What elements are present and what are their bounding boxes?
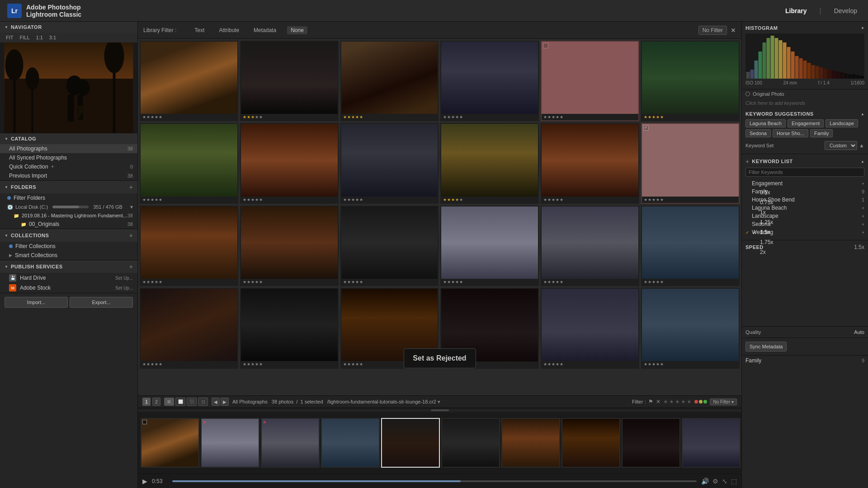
film-cell-6[interactable]: [441, 418, 500, 468]
photo-cell-16[interactable]: ★★★★★: [440, 206, 539, 286]
photo-cell-9[interactable]: ★★★★★: [340, 123, 439, 203]
path-expand[interactable]: ▾: [438, 399, 440, 404]
speed-1-25x[interactable]: ✓1.25x: [745, 217, 864, 227]
speed-1-75x[interactable]: ✓1.75x: [745, 237, 864, 247]
filter-none-tab[interactable]: None: [287, 26, 307, 34]
filter-preset[interactable]: No Filter: [698, 26, 727, 35]
nav-1-1[interactable]: 1:1: [35, 34, 44, 41]
photo-cell-13[interactable]: ★★★★★: [140, 206, 238, 286]
film-cell-2[interactable]: ✕: [201, 418, 259, 468]
film-cell-5[interactable]: [381, 418, 440, 468]
catalog-previous[interactable]: Previous Import 38: [0, 171, 137, 180]
film-cell-10[interactable]: [682, 418, 741, 468]
keyword-horseshoe[interactable]: Horse Sho...: [773, 129, 808, 137]
photo-cell-10[interactable]: ★★★★★: [440, 123, 539, 203]
photo-cell-12[interactable]: ★★★★★: [641, 123, 740, 203]
add-keywords-hint[interactable]: Click here to add keywords: [742, 99, 868, 108]
photo-cell-1[interactable]: ★★★★★: [140, 41, 238, 121]
catalog-header[interactable]: ▼ Catalog: [0, 133, 137, 144]
film-cell-4[interactable]: [321, 418, 380, 468]
filter-close-icon[interactable]: ✕: [731, 27, 736, 34]
library-nav[interactable]: Library: [782, 5, 810, 16]
nav-fill[interactable]: FILL: [19, 34, 31, 41]
film-cell-1[interactable]: [141, 418, 199, 468]
survey-view-icon[interactable]: ◻: [198, 398, 208, 406]
star-filter[interactable]: ★ ★ ★ ★ ★: [663, 399, 692, 405]
filter-attribute-tab[interactable]: Attribute: [215, 26, 243, 34]
photo-cell-8[interactable]: ★★★★★: [240, 123, 339, 203]
photo-cell-19[interactable]: ✕ ★★★★★: [140, 288, 238, 368]
photo-cell-24[interactable]: ★★★★★: [641, 288, 740, 368]
next-arrow[interactable]: ▶: [221, 398, 229, 406]
radio-button[interactable]: [745, 92, 750, 96]
filmstrip-scroll[interactable]: ✕ ✕: [138, 412, 741, 474]
add-keyword-btn[interactable]: +: [745, 158, 749, 165]
speed-0-75x[interactable]: ✓0.75x: [745, 197, 864, 207]
photo-cell-20[interactable]: ★★★★★: [240, 288, 339, 368]
catalog-quick[interactable]: Quick Collection + 0: [0, 162, 137, 171]
smart-collections[interactable]: ▶ Smart Collections: [0, 251, 137, 260]
film-cell-7[interactable]: [501, 418, 560, 468]
keyword-set-select[interactable]: Custom: [825, 141, 857, 150]
page-2[interactable]: 2: [152, 398, 160, 406]
photo-cell-7[interactable]: ★★★★★: [140, 123, 238, 203]
adobe-stock-service[interactable]: St Adobe Stock Set Up...: [0, 283, 137, 293]
film-checkbox-1[interactable]: [142, 420, 147, 424]
photo-cell-17[interactable]: ★★★★★: [541, 206, 639, 286]
histogram-collapse[interactable]: ▼: [861, 26, 864, 30]
film-cell-8[interactable]: [561, 418, 620, 468]
page-1[interactable]: 1: [142, 398, 151, 406]
navigator-header[interactable]: ▼ Navigator: [0, 22, 137, 33]
keyword-set-expand[interactable]: ▲: [859, 142, 864, 149]
nav-fit[interactable]: FIT: [5, 34, 15, 41]
filter-reject-icon[interactable]: ✕: [656, 399, 660, 405]
keyword-family[interactable]: Family: [810, 129, 833, 137]
folders-header[interactable]: ▼ Folders +: [0, 181, 137, 193]
speed-1-5x[interactable]: ✓1.5x: [745, 227, 864, 237]
filter-metadata-tab[interactable]: Metadata: [250, 26, 280, 34]
photo-cell-3[interactable]: ★★★★★: [340, 41, 439, 121]
filter-text-tab[interactable]: Text: [191, 26, 208, 34]
photo-grid-container[interactable]: ★★★★★ ★★★★★ ★★★★★: [138, 39, 741, 395]
nav-3-1[interactable]: 3:1: [48, 34, 57, 41]
filmstrip-handle[interactable]: [431, 409, 449, 411]
keyword-sedona[interactable]: Sedona: [745, 129, 771, 137]
yellow-dot[interactable]: [699, 400, 703, 404]
filter-color-dots[interactable]: [694, 400, 707, 404]
compare-view-icon[interactable]: ⬛: [187, 398, 197, 406]
photo-cell-4[interactable]: ★★★★★: [440, 41, 539, 121]
filter-flag-icon[interactable]: ⚑: [648, 399, 653, 405]
photo-cell-2[interactable]: ★★★★★: [240, 41, 339, 121]
develop-nav[interactable]: Develop: [830, 5, 861, 16]
keyword-laguna[interactable]: Laguna Beach: [745, 119, 786, 127]
main-folder[interactable]: 📁 2019.08.16 - Mastering Lightroom Funda…: [0, 211, 137, 220]
loupe-view-icon[interactable]: ⬜: [175, 398, 185, 406]
prev-arrow[interactable]: ◀: [212, 398, 220, 406]
folders-add[interactable]: +: [129, 183, 133, 191]
volume-icon[interactable]: 🔊: [701, 478, 709, 485]
catalog-synced[interactable]: All Synced Photographs: [0, 153, 137, 162]
no-filter-badge[interactable]: No Filter ▾: [710, 399, 737, 405]
green-dot[interactable]: [703, 400, 707, 404]
film-cell-9[interactable]: [622, 418, 680, 468]
collections-add[interactable]: +: [129, 232, 133, 239]
filter-folders[interactable]: Filter Folders: [0, 193, 137, 202]
adobe-stock-setup[interactable]: Set Up...: [115, 286, 133, 291]
photo-cell-15[interactable]: ★★★★★: [340, 206, 439, 286]
collections-header[interactable]: ▼ Collections +: [0, 229, 137, 242]
photo-cell-11[interactable]: ★★★★★: [541, 123, 639, 203]
sub-folder[interactable]: 📁 00_Originals 38: [0, 220, 137, 229]
keyword-engagement-plus[interactable]: +: [862, 181, 864, 186]
keyword-landscape[interactable]: Landscape: [826, 119, 858, 127]
publish-add[interactable]: +: [129, 263, 133, 270]
expand-icon[interactable]: ⬚: [731, 478, 737, 485]
progress-bar[interactable]: [172, 480, 697, 482]
import-button[interactable]: Import...: [5, 297, 68, 308]
sync-metadata-btn[interactable]: Sync Metadata: [745, 342, 787, 352]
catalog-all-photos[interactable]: All Photographs 38: [0, 144, 137, 153]
grid-view-icon[interactable]: ⊞: [164, 398, 174, 406]
red-dot[interactable]: [694, 400, 698, 404]
publish-header[interactable]: ▼ Publish Services +: [0, 260, 137, 273]
photo-cell-14[interactable]: ★★★★★: [240, 206, 339, 286]
photo-cell-6[interactable]: ★★★★★: [641, 41, 740, 121]
